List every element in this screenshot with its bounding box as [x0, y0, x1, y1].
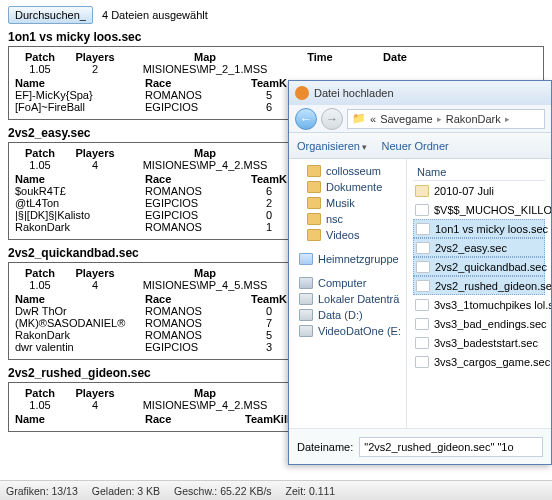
sub-hdr-race: Race: [145, 293, 245, 305]
nav-item[interactable]: VideoDatOne (E:: [293, 323, 402, 339]
sub-hdr-name: Name: [15, 173, 145, 185]
file-icon: [416, 223, 430, 235]
col-val-patch: 1.05: [15, 63, 65, 75]
drv-icon: [299, 293, 313, 305]
nav-item[interactable]: Data (D:): [293, 307, 402, 323]
status-loaded: Geladen: 3 KB: [92, 485, 160, 497]
nav-item[interactable]: Computer: [293, 275, 402, 291]
nav-item-label: Lokaler Datenträ: [318, 293, 399, 305]
player-teamkill: 5: [245, 89, 293, 101]
sub-hdr-tk: TeamK: [245, 77, 293, 89]
folder-icon: [415, 185, 429, 197]
folder-icon: [307, 181, 321, 193]
drv-icon: [299, 309, 313, 321]
nav-item[interactable]: Musik: [293, 195, 402, 211]
sub-hdr-race: Race: [145, 77, 245, 89]
col-hdr-map: Map: [125, 387, 285, 399]
list-header-name[interactable]: Name: [413, 163, 545, 181]
file-name: 2vs2_easy.sec: [435, 242, 507, 254]
player-race: EGIPCIOS: [145, 197, 245, 209]
breadcrumb-segment[interactable]: Savegame: [380, 113, 433, 125]
status-bar: Grafiken: 13/13 Geladen: 3 KB Geschw.: 6…: [0, 480, 552, 500]
file-icon: [415, 318, 429, 330]
file-row[interactable]: 3vs3_1tomuchpikes lol.sec: [413, 295, 545, 314]
col-hdr-players: Players: [65, 147, 125, 159]
nav-forward-button[interactable]: →: [321, 108, 343, 130]
nav-item[interactable]: Heimnetzgruppe: [293, 251, 402, 267]
new-folder-button[interactable]: Neuer Ordner: [382, 140, 449, 152]
file-row[interactable]: 3vs3_badeststart.sec: [413, 333, 545, 352]
dialog-file-list[interactable]: Name 2010-07 Juli$V$$_MUCHOS_KILLOS.sec1…: [407, 159, 551, 428]
col-val-players: 4: [65, 159, 125, 171]
file-row[interactable]: 2vs2_quickandbad.sec: [413, 257, 545, 276]
firefox-icon: [295, 86, 309, 100]
player-name: RakonDark: [15, 329, 145, 341]
player-teamkill: 0: [245, 305, 293, 317]
player-teamkill: 0: [245, 209, 293, 221]
col-hdr-players: Players: [65, 51, 125, 63]
sub-hdr-race: Race: [145, 413, 245, 425]
file-row[interactable]: $V$$_MUCHOS_KILLOS.sec: [413, 200, 545, 219]
status-speed: Geschw.: 65.22 KB/s: [174, 485, 271, 497]
player-teamkill: 1: [245, 221, 293, 233]
dialog-titlebar[interactable]: Datei hochladen: [289, 81, 551, 105]
nav-item[interactable]: nsc: [293, 211, 402, 227]
player-race: ROMANOS: [145, 317, 245, 329]
player-name: RakonDark: [15, 221, 145, 233]
player-race: ROMANOS: [145, 185, 245, 197]
player-name: @tL4Ton: [15, 197, 145, 209]
file-row[interactable]: 2vs2_rushed_gideon.sec: [413, 276, 545, 295]
player-name: (MK)®SASODANIEL®: [15, 317, 145, 329]
breadcrumb-segment[interactable]: RakonDark: [446, 113, 501, 125]
col-val-date: [355, 63, 435, 75]
nav-back-button[interactable]: ←: [295, 108, 317, 130]
folder-icon: [307, 229, 321, 241]
sub-hdr-tk: TeamK: [245, 173, 293, 185]
filename-label: Dateiname:: [297, 441, 353, 453]
folder-icon: 📁: [352, 112, 366, 125]
dialog-nav-tree[interactable]: collosseumDokumenteMusiknscVideosHeimnet…: [289, 159, 407, 428]
status-graphics: Grafiken: 13/13: [6, 485, 78, 497]
sub-hdr-tk: TeamKilled: [245, 413, 293, 425]
player-race: ROMANOS: [145, 329, 245, 341]
nav-item-label: Heimnetzgruppe: [318, 253, 399, 265]
player-race: EGIPCIOS: [145, 101, 245, 113]
file-icon: [416, 280, 430, 292]
drv-icon: [299, 325, 313, 337]
col-val-patch: 1.05: [15, 279, 65, 291]
player-teamkill: 7: [245, 317, 293, 329]
nav-item[interactable]: Lokaler Datenträ: [293, 291, 402, 307]
col-hdr-patch: Patch: [15, 147, 65, 159]
file-icon: [415, 299, 429, 311]
browse-button[interactable]: Durchsuchen_: [8, 6, 93, 24]
nav-item-label: collosseum: [326, 165, 381, 177]
status-time: Zeit: 0.111: [286, 485, 336, 497]
col-hdr-map: Map: [125, 147, 285, 159]
player-race: ROMANOS: [145, 221, 245, 233]
organize-menu[interactable]: Organisieren: [297, 140, 368, 152]
nav-item-label: Musik: [326, 197, 355, 209]
file-row[interactable]: 2vs2_easy.sec: [413, 238, 545, 257]
file-row[interactable]: 1on1 vs micky loos.sec: [413, 219, 545, 238]
player-teamkill: 2: [245, 197, 293, 209]
player-race: EGIPCIOS: [145, 209, 245, 221]
nav-item[interactable]: collosseum: [293, 163, 402, 179]
nav-item[interactable]: Videos: [293, 227, 402, 243]
nav-item-label: Videos: [326, 229, 359, 241]
nav-item[interactable]: Dokumente: [293, 179, 402, 195]
chevron-right-icon: ▸: [505, 114, 510, 124]
file-row[interactable]: 2010-07 Juli: [413, 181, 545, 200]
chevron-right-icon: ▸: [437, 114, 442, 124]
folder-icon: [307, 165, 321, 177]
filename-input[interactable]: [359, 437, 543, 457]
file-row[interactable]: 3vs3_bad_endings.sec: [413, 314, 545, 333]
col-val-patch: 1.05: [15, 159, 65, 171]
file-name: 3vs3_1tomuchpikes lol.sec: [434, 299, 551, 311]
sub-hdr-race: Race: [145, 173, 245, 185]
player-race: ROMANOS: [145, 89, 245, 101]
breadcrumb[interactable]: 📁 « Savegame ▸ RakonDark ▸: [347, 109, 545, 129]
file-name: 3vs3_cargos_game.sec: [434, 356, 550, 368]
file-name: 2vs2_quickandbad.sec: [435, 261, 547, 273]
file-row[interactable]: 3vs3_cargos_game.sec: [413, 352, 545, 371]
pc-icon: [299, 277, 313, 289]
